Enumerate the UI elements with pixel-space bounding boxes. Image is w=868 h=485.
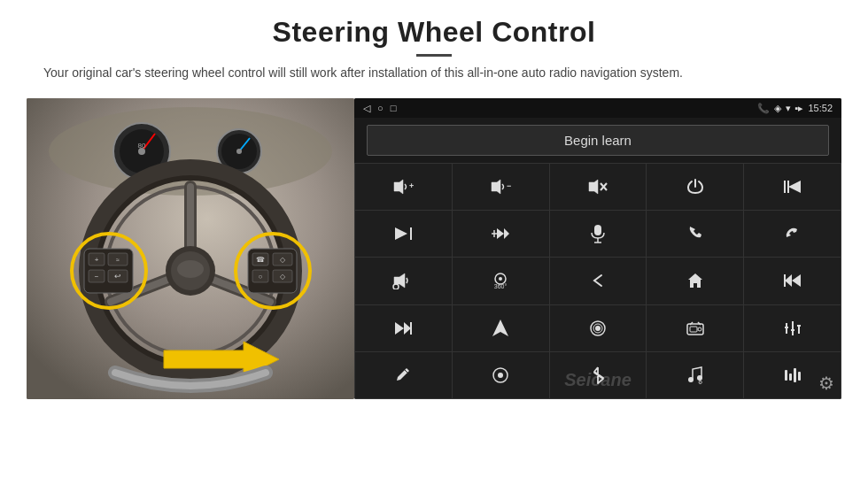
gear-icon[interactable]: ⚙ xyxy=(818,373,834,394)
back-button[interactable] xyxy=(550,258,647,304)
music-button[interactable]: ⚙ xyxy=(647,352,743,398)
status-bar: ◁ ○ □ 📞 ◈ ▾ ▪▸ 15:52 xyxy=(354,98,841,118)
svg-text:+: + xyxy=(409,181,414,190)
svg-point-85 xyxy=(498,373,503,378)
mute-button[interactable] xyxy=(550,164,647,210)
page-title: Steering Wheel Control xyxy=(27,16,841,49)
android-screen-wrapper: ◁ ○ □ 📞 ◈ ▾ ▪▸ 15:52 Begin learn xyxy=(354,98,841,399)
svg-point-59 xyxy=(499,277,502,281)
svg-text:80: 80 xyxy=(138,142,146,150)
nav-home-icon[interactable]: ○ xyxy=(377,103,384,113)
svg-marker-68 xyxy=(492,319,508,336)
home-button[interactable] xyxy=(647,258,743,304)
content-area: 80 xyxy=(27,98,841,399)
vol-down-button[interactable]: − xyxy=(453,164,549,210)
svg-point-57 xyxy=(393,284,399,289)
svg-text:◇: ◇ xyxy=(280,273,286,281)
bluetooth-button[interactable] xyxy=(550,352,647,398)
svg-point-10 xyxy=(236,149,242,154)
svg-point-86 xyxy=(688,377,694,382)
vol-up-button[interactable]: + xyxy=(355,164,452,210)
phone-icon: 📞 xyxy=(757,103,770,114)
svg-text:−: − xyxy=(95,273,99,281)
svg-text:☎: ☎ xyxy=(256,256,265,264)
ff-button[interactable] xyxy=(453,211,549,257)
android-screen: ◁ ○ □ 📞 ◈ ▾ ▪▸ 15:52 Begin learn xyxy=(354,98,841,399)
svg-marker-45 xyxy=(788,181,801,193)
battery-icon: ▪▸ xyxy=(795,103,804,114)
svg-rect-92 xyxy=(798,372,801,381)
status-left: ◁ ○ □ xyxy=(363,103,396,114)
camera360-button[interactable]: 360° xyxy=(453,258,549,304)
svg-point-74 xyxy=(698,327,701,331)
power-button[interactable] xyxy=(647,164,743,210)
svg-rect-73 xyxy=(690,327,697,332)
next-track-button[interactable] xyxy=(355,211,452,257)
svg-marker-66 xyxy=(395,322,404,335)
svg-marker-63 xyxy=(792,274,801,287)
status-right: 📞 ◈ ▾ ▪▸ 15:52 xyxy=(757,103,833,114)
svg-point-16 xyxy=(177,260,204,278)
svg-text:360°: 360° xyxy=(494,283,508,289)
svg-text:+: + xyxy=(95,256,99,264)
svg-marker-64 xyxy=(785,274,792,287)
phone-button[interactable] xyxy=(647,211,743,257)
svg-marker-56 xyxy=(394,273,405,288)
page-container: Steering Wheel Control Your original car… xyxy=(0,0,868,485)
nav-back-icon[interactable]: ◁ xyxy=(363,103,370,114)
car-image: 80 xyxy=(27,98,354,399)
svg-rect-53 xyxy=(594,225,601,235)
begin-learn-row: Begin learn xyxy=(354,118,841,163)
svg-point-70 xyxy=(595,326,601,331)
subtitle: Your original car's steering wheel contr… xyxy=(27,64,700,82)
time-display: 15:52 xyxy=(808,103,833,113)
prev-track-button[interactable] xyxy=(744,164,841,210)
location-icon: ◈ xyxy=(774,103,781,114)
edit-button[interactable] xyxy=(355,352,452,398)
svg-text:≈: ≈ xyxy=(116,257,120,263)
svg-rect-89 xyxy=(785,370,787,381)
mic-button[interactable] xyxy=(550,211,647,257)
hangup-button[interactable] xyxy=(744,211,841,257)
eject-button[interactable] xyxy=(550,305,647,351)
radio-button[interactable] xyxy=(647,305,743,351)
svg-marker-52 xyxy=(504,228,509,239)
svg-rect-91 xyxy=(794,368,796,382)
begin-learn-button[interactable]: Begin learn xyxy=(367,125,829,156)
next-ch-button[interactable] xyxy=(355,305,452,351)
svg-marker-61 xyxy=(688,273,702,288)
svg-marker-39 xyxy=(492,180,500,194)
svg-marker-67 xyxy=(404,322,411,335)
svg-marker-37 xyxy=(394,180,403,194)
prev-ch-button[interactable] xyxy=(744,258,841,304)
svg-text:○: ○ xyxy=(259,273,263,281)
svg-text:⚙: ⚙ xyxy=(697,380,701,385)
svg-text:↩: ↩ xyxy=(114,272,121,281)
wifi-icon: ▾ xyxy=(786,103,791,114)
title-section: Steering Wheel Control Your original car… xyxy=(27,16,841,82)
horn-button[interactable] xyxy=(355,258,452,304)
navigate-button[interactable] xyxy=(453,305,549,351)
car-background: 80 xyxy=(27,98,354,399)
eq-button[interactable] xyxy=(744,305,841,351)
svg-rect-90 xyxy=(789,373,792,381)
svg-text:−: − xyxy=(507,181,511,190)
svg-marker-51 xyxy=(497,228,504,239)
svg-marker-48 xyxy=(395,227,407,240)
nav-square-icon[interactable]: □ xyxy=(391,103,397,113)
title-divider xyxy=(416,54,452,57)
svg-text:◇: ◇ xyxy=(280,256,286,264)
steering-wheel-svg: 80 xyxy=(27,98,354,399)
circle-dot-button[interactable] xyxy=(453,352,549,398)
controls-grid: + − xyxy=(354,163,841,399)
svg-marker-41 xyxy=(589,180,598,194)
